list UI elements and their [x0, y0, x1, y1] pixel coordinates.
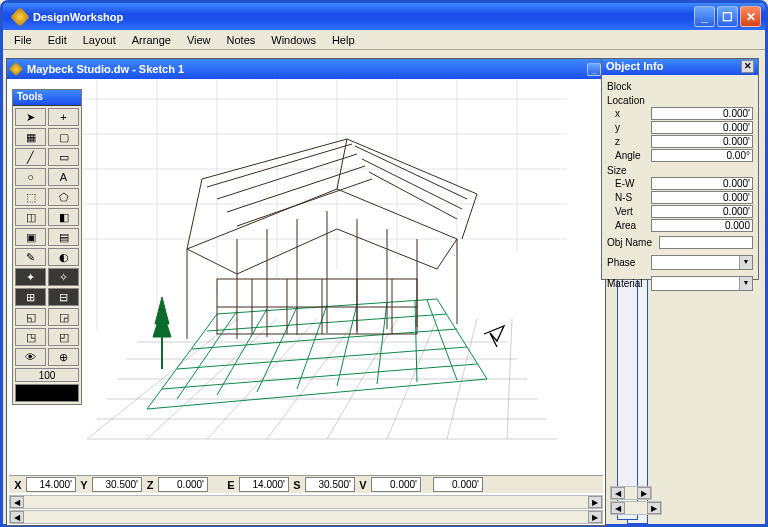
menu-help[interactable]: Help — [325, 32, 362, 48]
phase-combo[interactable]: ▼ — [651, 255, 753, 270]
document-titlebar[interactable]: Maybeck Studio.dw - Sketch 1 _ — [7, 59, 605, 79]
tool-pointer[interactable]: ➤ — [15, 108, 46, 126]
tool-rect[interactable]: ▭ — [48, 148, 79, 166]
tool-circle[interactable]: ○ — [15, 168, 46, 186]
status-e-label: E — [224, 479, 238, 491]
tool-view2[interactable]: ✧ — [48, 268, 79, 286]
tool-box[interactable]: ⬚ — [15, 188, 46, 206]
scroll-right-icon[interactable]: ▶ — [588, 511, 602, 523]
menu-notes[interactable]: Notes — [220, 32, 263, 48]
tool-iso4[interactable]: ◰ — [48, 328, 79, 346]
tool-view4[interactable]: ⊟ — [48, 288, 79, 306]
svg-marker-27 — [147, 299, 487, 409]
scroll-left-icon[interactable]: ◀ — [10, 496, 24, 508]
close-button[interactable]: ✕ — [740, 6, 761, 27]
status-y-value[interactable]: 30.500' — [92, 477, 142, 492]
material-combo[interactable]: ▼ — [651, 276, 753, 291]
tool-iso3[interactable]: ◳ — [15, 328, 46, 346]
tool-target[interactable]: ⊕ — [48, 348, 79, 366]
status-v-value[interactable]: 0.000' — [371, 477, 421, 492]
minimize-button[interactable]: _ — [694, 6, 715, 27]
wireframe-scene — [7, 79, 605, 475]
objname-label: Obj Name — [607, 237, 659, 248]
stacked-scroll-2[interactable]: ◀▶ — [610, 501, 662, 515]
tool-view1[interactable]: ✦ — [15, 268, 46, 286]
status-s-value[interactable]: 30.500' — [305, 477, 355, 492]
tool-iso1[interactable]: ◱ — [15, 308, 46, 326]
tool-paint[interactable]: ◐ — [48, 248, 79, 266]
x-field[interactable]: 0.000' — [651, 107, 753, 120]
app-title: DesignWorkshop — [33, 11, 694, 23]
object-info-panel[interactable]: Object Info ✕ Block Location x0.000' y0.… — [601, 58, 759, 280]
tool-text[interactable]: A — [48, 168, 79, 186]
tools-title: Tools — [13, 90, 81, 106]
menu-layout[interactable]: Layout — [76, 32, 123, 48]
status-e-value[interactable]: 14.000' — [239, 477, 289, 492]
svg-line-36 — [162, 364, 477, 389]
status-x-value[interactable]: 14.000' — [26, 477, 76, 492]
scrollbar-2[interactable]: ◀▶ — [9, 510, 603, 524]
scrollbar-1[interactable]: ◀▶ — [9, 495, 603, 509]
tool-extrude[interactable]: ◫ — [15, 208, 46, 226]
document-title: Maybeck Studio.dw - Sketch 1 — [27, 63, 587, 75]
ns-field[interactable]: 0.000' — [651, 191, 753, 204]
ns-label: N-S — [607, 192, 651, 203]
area-field[interactable]: 0.000 — [651, 219, 753, 232]
menu-file[interactable]: File — [7, 32, 39, 48]
vert-field[interactable]: 0.000' — [651, 205, 753, 218]
document-window: Maybeck Studio.dw - Sketch 1 _ — [6, 58, 606, 526]
tool-line[interactable]: ╱ — [15, 148, 46, 166]
menu-edit[interactable]: Edit — [41, 32, 74, 48]
material-label: Material — [607, 278, 651, 289]
ew-label: E-W — [607, 178, 651, 189]
tool-blank[interactable]: ▢ — [48, 128, 79, 146]
object-info-close-button[interactable]: ✕ — [741, 60, 754, 73]
tool-eyedropper[interactable]: ✎ — [15, 248, 46, 266]
status-s-label: S — [290, 479, 304, 491]
menu-view[interactable]: View — [180, 32, 218, 48]
status-z-label: Z — [143, 479, 157, 491]
maximize-button[interactable]: ☐ — [717, 6, 738, 27]
angle-field[interactable]: 0.00° — [651, 149, 753, 162]
svg-line-62 — [369, 172, 457, 219]
tool-poly[interactable]: ⬠ — [48, 188, 79, 206]
ew-field[interactable]: 0.000' — [651, 177, 753, 190]
object-info-titlebar[interactable]: Object Info ✕ — [602, 59, 758, 75]
tool-view3[interactable]: ⊞ — [15, 288, 46, 306]
location-heading: Location — [607, 95, 753, 106]
status-extra-value[interactable]: 0.000' — [433, 477, 483, 492]
tool-zoom-value[interactable]: 100 — [15, 368, 79, 382]
tool-eye[interactable]: 👁 — [15, 348, 46, 366]
tool-iso2[interactable]: ◲ — [48, 308, 79, 326]
viewport-3d[interactable] — [7, 79, 605, 475]
menu-arrange[interactable]: Arrange — [125, 32, 178, 48]
document-icon — [9, 62, 23, 76]
tool-library1[interactable]: ▣ — [15, 228, 46, 246]
status-x-label: X — [11, 479, 25, 491]
tool-library2[interactable]: ▤ — [48, 228, 79, 246]
content-area: Maybeck Studio.dw - Sketch 1 _ — [3, 50, 765, 524]
document-minimize-button[interactable]: _ — [587, 63, 601, 76]
scroll-left-icon[interactable]: ◀ — [10, 511, 24, 523]
menu-windows[interactable]: Windows — [264, 32, 323, 48]
z-label: z — [607, 136, 651, 147]
svg-line-60 — [355, 146, 467, 199]
object-info-title: Object Info — [606, 60, 741, 74]
tool-crosshair[interactable]: + — [48, 108, 79, 126]
scroll-right-icon[interactable]: ▶ — [588, 496, 602, 508]
tool-texture[interactable]: ▦ — [15, 128, 46, 146]
titlebar[interactable]: DesignWorkshop _ ☐ ✕ — [3, 3, 765, 30]
tools-panel[interactable]: Tools ➤ + ▦ ▢ ╱ ▭ ○ A ⬚ ⬠ ◫ ◧ ▣ ▤ ✎ — [12, 89, 82, 405]
stacked-scroll-1[interactable]: ◀▶ — [610, 486, 652, 500]
status-bar: X 14.000' Y 30.500' Z 0.000' E 14.000' S… — [9, 475, 603, 493]
angle-label: Angle — [607, 150, 651, 161]
tool-eraser[interactable]: ◧ — [48, 208, 79, 226]
vert-label: Vert — [607, 206, 651, 217]
app-icon — [10, 7, 30, 27]
phase-label: Phase — [607, 257, 651, 268]
status-z-value[interactable]: 0.000' — [158, 477, 208, 492]
y-field[interactable]: 0.000' — [651, 121, 753, 134]
tool-color-swatch[interactable] — [15, 384, 79, 402]
objname-field[interactable] — [659, 236, 753, 249]
z-field[interactable]: 0.000' — [651, 135, 753, 148]
